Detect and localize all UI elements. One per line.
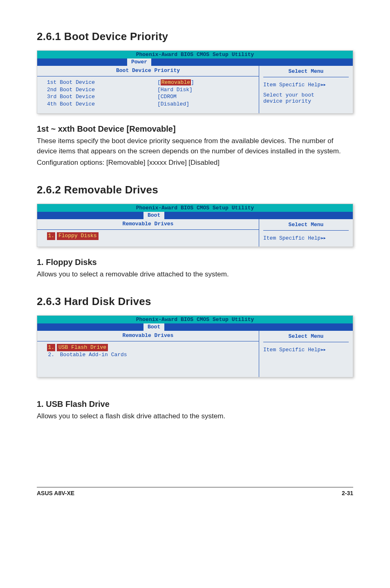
sub-heading-usb: 1. USB Flash Drive: [37, 399, 353, 409]
bios-row-value: [Hard Disk]: [157, 86, 193, 94]
body-text: These items specify the boot device prio…: [37, 136, 353, 156]
bios-select-menu: Select Menu: [263, 222, 349, 231]
bios-tabbar: Boot: [37, 323, 353, 331]
section-title-263: 2.6.3 Hard Disk Drives: [37, 295, 353, 308]
list-num: 2.: [47, 351, 55, 359]
help-arrows-icon: ▸▸: [321, 82, 325, 88]
bios-list-item-usb[interactable]: 1.USB Flash Drive: [37, 344, 259, 352]
bios-select-menu: Select Menu: [263, 68, 349, 77]
bios-list-item-bootable-addin[interactable]: 2. Bootable Add-in Cards: [37, 351, 259, 359]
bios-box-removable: Phoenix-Award BIOS CMOS Setup Utility Bo…: [37, 204, 353, 247]
bios-help-line: Item Specific Help▸▸: [263, 81, 349, 88]
bios-title: Phoenix-Award BIOS CMOS Setup Utility: [37, 51, 353, 58]
bios-panel-title: Removable Drives: [37, 219, 259, 230]
sub-heading-1st-xth: 1st ~ xxth Boot Device [Removable]: [37, 124, 353, 134]
bios-row-value: [CDROM: [157, 93, 177, 101]
bios-tab-boot[interactable]: Boot: [143, 323, 164, 331]
bios-row-4th-boot[interactable]: 4th Boot Device [Disabled]: [47, 101, 254, 108]
bios-help-line: Item Specific Help▸▸: [263, 346, 349, 353]
bios-help-body: Select your boot device priority: [263, 88, 349, 104]
bios-row-value: [Disabled]: [157, 101, 189, 108]
list-text: USB Flash Drive: [57, 344, 108, 352]
bios-tabbar: Boot: [37, 212, 353, 219]
section-title-262: 2.6.2 Removable Drives: [37, 184, 353, 196]
body-text: Allows you to select a removable drive a…: [37, 269, 353, 280]
footer-left: ASUS A8V-XE: [37, 490, 74, 496]
bios-row-label: 3rd Boot Device: [47, 93, 157, 101]
bios-box-boot-priority: Phoenix-Award BIOS CMOS Setup Utility Po…: [37, 50, 353, 114]
body-text: Configuration options: [Removable] [xxxx…: [37, 158, 353, 168]
section-title-261: 2.6.1 Boot Device Priority: [37, 30, 353, 43]
bios-row-label: 4th Boot Device: [47, 101, 157, 108]
bios-tab-power[interactable]: Power: [127, 58, 151, 66]
bios-row-label: 2nd Boot Device: [47, 86, 157, 94]
bios-select-menu: Select Menu: [263, 333, 349, 342]
list-num: 1.: [47, 344, 55, 352]
bios-row-value: [Removable]: [157, 79, 194, 86]
bios-title: Phoenix-Award BIOS CMOS Setup Utility: [37, 316, 353, 323]
help-arrows-icon: ▸▸: [321, 347, 325, 353]
bios-panel-title: Boot Device Priority: [37, 66, 259, 76]
bios-list-item-floppy[interactable]: 1.Floppy Disks: [37, 232, 259, 240]
help-arrows-icon: ▸▸: [321, 235, 325, 241]
bios-row-label: 1st Boot Device: [47, 79, 157, 86]
bios-help-line: Item Specific Help▸▸: [263, 234, 349, 241]
list-num: 1.: [47, 232, 55, 240]
list-text: Floppy Disks: [57, 232, 99, 240]
bios-panel-title: Removable Drives: [37, 331, 259, 341]
bios-row-3rd-boot[interactable]: 3rd Boot Device [CDROM: [47, 93, 254, 101]
bios-row-1st-boot[interactable]: 1st Boot Device [Removable]: [47, 79, 254, 86]
bios-title: Phoenix-Award BIOS CMOS Setup Utility: [37, 204, 353, 212]
bios-tab-boot[interactable]: Boot: [143, 212, 164, 219]
sub-heading-floppy: 1. Floppy Disks: [37, 258, 353, 267]
footer-right: 2-31: [342, 490, 353, 496]
bios-box-hdd: Phoenix-Award BIOS CMOS Setup Utility Bo…: [37, 315, 353, 378]
list-text: Bootable Add-in Cards: [58, 352, 127, 358]
body-text: Allows you to select a flash disk drive …: [37, 411, 353, 422]
bios-tabbar: Power: [37, 58, 353, 66]
bios-row-2nd-boot[interactable]: 2nd Boot Device [Hard Disk]: [47, 86, 254, 94]
